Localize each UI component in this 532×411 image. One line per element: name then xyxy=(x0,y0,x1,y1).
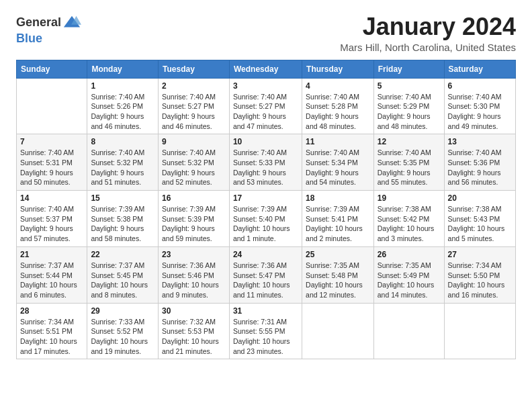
calendar-title: January 2024 xyxy=(340,13,516,40)
cell-content: Sunrise: 7:40 AM Sunset: 5:32 PM Dayligh… xyxy=(91,148,154,187)
calendar-week-row: 14Sunrise: 7:40 AM Sunset: 5:37 PM Dayli… xyxy=(17,191,516,247)
table-row: 22Sunrise: 7:37 AM Sunset: 5:45 PM Dayli… xyxy=(87,246,159,303)
table-row: 9Sunrise: 7:40 AM Sunset: 5:32 PM Daylig… xyxy=(159,134,230,191)
cell-content: Sunrise: 7:40 AM Sunset: 5:33 PM Dayligh… xyxy=(233,148,298,187)
table-row: 3Sunrise: 7:40 AM Sunset: 5:27 PM Daylig… xyxy=(229,78,302,134)
day-number: 13 xyxy=(448,137,512,146)
day-number: 14 xyxy=(20,193,83,203)
logo-general-text: General xyxy=(16,16,61,30)
day-number: 3 xyxy=(233,81,298,91)
table-row: 10Sunrise: 7:40 AM Sunset: 5:33 PM Dayli… xyxy=(229,134,302,191)
day-number: 23 xyxy=(162,250,226,259)
header-wednesday: Wednesday xyxy=(229,60,302,78)
cell-content: Sunrise: 7:34 AM Sunset: 5:50 PM Dayligh… xyxy=(448,261,512,300)
cell-content: Sunrise: 7:33 AM Sunset: 5:52 PM Dayligh… xyxy=(91,317,154,357)
calendar-header-row: Sunday Monday Tuesday Wednesday Thursday… xyxy=(17,60,516,78)
table-row: 5Sunrise: 7:40 AM Sunset: 5:29 PM Daylig… xyxy=(373,78,444,134)
page-header: General Blue January 2024 Mars Hill, Nor… xyxy=(16,13,516,53)
calendar-week-row: 7Sunrise: 7:40 AM Sunset: 5:31 PM Daylig… xyxy=(17,134,516,191)
table-row: 26Sunrise: 7:35 AM Sunset: 5:49 PM Dayli… xyxy=(373,246,444,303)
table-row xyxy=(17,78,87,134)
cell-content: Sunrise: 7:37 AM Sunset: 5:44 PM Dayligh… xyxy=(20,261,83,300)
day-number: 24 xyxy=(233,250,298,259)
cell-content: Sunrise: 7:34 AM Sunset: 5:51 PM Dayligh… xyxy=(20,317,83,357)
table-row: 13Sunrise: 7:40 AM Sunset: 5:36 PM Dayli… xyxy=(444,134,515,191)
table-row: 30Sunrise: 7:32 AM Sunset: 5:53 PM Dayli… xyxy=(159,303,230,359)
day-number: 22 xyxy=(91,250,154,259)
header-sunday: Sunday xyxy=(17,60,87,78)
table-row xyxy=(302,303,374,359)
table-row: 16Sunrise: 7:39 AM Sunset: 5:39 PM Dayli… xyxy=(159,191,230,247)
day-number: 19 xyxy=(378,193,441,203)
table-row: 17Sunrise: 7:39 AM Sunset: 5:40 PM Dayli… xyxy=(229,191,302,247)
cell-content: Sunrise: 7:40 AM Sunset: 5:26 PM Dayligh… xyxy=(91,92,154,132)
day-number: 11 xyxy=(306,137,370,146)
cell-content: Sunrise: 7:35 AM Sunset: 5:48 PM Dayligh… xyxy=(306,261,370,300)
table-row: 8Sunrise: 7:40 AM Sunset: 5:32 PM Daylig… xyxy=(87,134,159,191)
cell-content: Sunrise: 7:40 AM Sunset: 5:28 PM Dayligh… xyxy=(306,92,370,132)
logo-icon xyxy=(62,13,81,32)
day-number: 30 xyxy=(162,306,226,316)
header-friday: Friday xyxy=(373,60,444,78)
logo: General Blue xyxy=(16,13,80,46)
table-row: 20Sunrise: 7:38 AM Sunset: 5:43 PM Dayli… xyxy=(444,191,515,247)
table-row: 15Sunrise: 7:39 AM Sunset: 5:38 PM Dayli… xyxy=(87,191,159,247)
cell-content: Sunrise: 7:39 AM Sunset: 5:41 PM Dayligh… xyxy=(306,204,370,244)
table-row: 24Sunrise: 7:36 AM Sunset: 5:47 PM Dayli… xyxy=(229,246,302,303)
cell-content: Sunrise: 7:40 AM Sunset: 5:35 PM Dayligh… xyxy=(378,148,441,187)
table-row: 28Sunrise: 7:34 AM Sunset: 5:51 PM Dayli… xyxy=(17,303,87,359)
day-number: 27 xyxy=(448,250,512,259)
logo-blue-text: Blue xyxy=(16,32,80,46)
cell-content: Sunrise: 7:40 AM Sunset: 5:37 PM Dayligh… xyxy=(20,204,83,244)
table-row xyxy=(373,303,444,359)
table-row: 27Sunrise: 7:34 AM Sunset: 5:50 PM Dayli… xyxy=(444,246,515,303)
day-number: 26 xyxy=(378,250,441,259)
table-row: 29Sunrise: 7:33 AM Sunset: 5:52 PM Dayli… xyxy=(87,303,159,359)
table-row: 18Sunrise: 7:39 AM Sunset: 5:41 PM Dayli… xyxy=(302,191,374,247)
day-number: 5 xyxy=(378,81,441,91)
cell-content: Sunrise: 7:40 AM Sunset: 5:29 PM Dayligh… xyxy=(378,92,441,132)
table-row: 1Sunrise: 7:40 AM Sunset: 5:26 PM Daylig… xyxy=(87,78,159,134)
table-row: 12Sunrise: 7:40 AM Sunset: 5:35 PM Dayli… xyxy=(373,134,444,191)
calendar-table: Sunday Monday Tuesday Wednesday Thursday… xyxy=(16,60,516,360)
cell-content: Sunrise: 7:40 AM Sunset: 5:30 PM Dayligh… xyxy=(448,92,512,132)
table-row xyxy=(444,303,515,359)
day-number: 31 xyxy=(233,306,298,316)
calendar-week-row: 1Sunrise: 7:40 AM Sunset: 5:26 PM Daylig… xyxy=(17,78,516,134)
day-number: 12 xyxy=(378,137,441,146)
cell-content: Sunrise: 7:39 AM Sunset: 5:40 PM Dayligh… xyxy=(233,204,298,244)
title-block: January 2024 Mars Hill, North Carolina, … xyxy=(340,13,516,53)
cell-content: Sunrise: 7:40 AM Sunset: 5:31 PM Dayligh… xyxy=(20,148,83,187)
header-monday: Monday xyxy=(87,60,159,78)
table-row: 25Sunrise: 7:35 AM Sunset: 5:48 PM Dayli… xyxy=(302,246,374,303)
day-number: 2 xyxy=(162,81,226,91)
cell-content: Sunrise: 7:36 AM Sunset: 5:46 PM Dayligh… xyxy=(162,261,226,300)
day-number: 9 xyxy=(162,137,226,146)
table-row: 6Sunrise: 7:40 AM Sunset: 5:30 PM Daylig… xyxy=(444,78,515,134)
day-number: 29 xyxy=(91,306,154,316)
cell-content: Sunrise: 7:40 AM Sunset: 5:34 PM Dayligh… xyxy=(306,148,370,187)
day-number: 8 xyxy=(91,137,154,146)
table-row: 7Sunrise: 7:40 AM Sunset: 5:31 PM Daylig… xyxy=(17,134,87,191)
day-number: 20 xyxy=(448,193,512,203)
day-number: 18 xyxy=(306,193,370,203)
cell-content: Sunrise: 7:36 AM Sunset: 5:47 PM Dayligh… xyxy=(233,261,298,300)
cell-content: Sunrise: 7:39 AM Sunset: 5:38 PM Dayligh… xyxy=(91,204,154,244)
calendar-week-row: 28Sunrise: 7:34 AM Sunset: 5:51 PM Dayli… xyxy=(17,303,516,359)
day-number: 21 xyxy=(20,250,83,259)
header-thursday: Thursday xyxy=(302,60,374,78)
cell-content: Sunrise: 7:38 AM Sunset: 5:42 PM Dayligh… xyxy=(378,204,441,244)
table-row: 14Sunrise: 7:40 AM Sunset: 5:37 PM Dayli… xyxy=(17,191,87,247)
cell-content: Sunrise: 7:32 AM Sunset: 5:53 PM Dayligh… xyxy=(162,317,226,357)
day-number: 15 xyxy=(91,193,154,203)
cell-content: Sunrise: 7:35 AM Sunset: 5:49 PM Dayligh… xyxy=(378,261,441,300)
day-number: 17 xyxy=(233,193,298,203)
cell-content: Sunrise: 7:40 AM Sunset: 5:27 PM Dayligh… xyxy=(162,92,226,132)
table-row: 2Sunrise: 7:40 AM Sunset: 5:27 PM Daylig… xyxy=(159,78,230,134)
table-row: 19Sunrise: 7:38 AM Sunset: 5:42 PM Dayli… xyxy=(373,191,444,247)
cell-content: Sunrise: 7:31 AM Sunset: 5:55 PM Dayligh… xyxy=(233,317,298,357)
table-row: 4Sunrise: 7:40 AM Sunset: 5:28 PM Daylig… xyxy=(302,78,374,134)
calendar-subtitle: Mars Hill, North Carolina, United States xyxy=(340,42,516,53)
cell-content: Sunrise: 7:40 AM Sunset: 5:27 PM Dayligh… xyxy=(233,92,298,132)
day-number: 16 xyxy=(162,193,226,203)
